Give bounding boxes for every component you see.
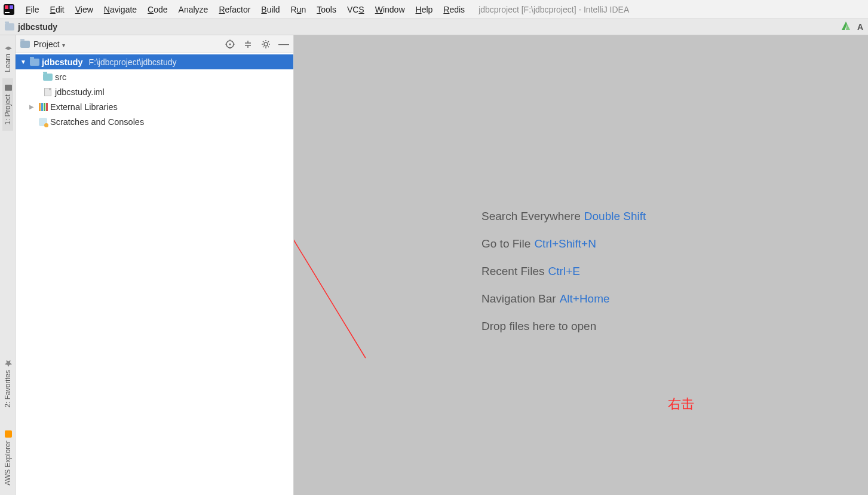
hint-search-everywhere: Search Everywhere Double Shift <box>481 210 646 223</box>
folder-icon <box>5 23 14 30</box>
menu-tools[interactable]: Tools <box>311 2 342 17</box>
tab-favorites[interactable]: 2: Favorites <box>2 354 13 414</box>
toolbar-overflow[interactable]: A <box>857 22 863 32</box>
tree-label: src <box>55 72 66 82</box>
menu-build[interactable]: Build <box>256 2 285 17</box>
intellij-logo-icon <box>4 4 14 15</box>
breadcrumb-root[interactable]: jdbcstudy <box>18 22 57 32</box>
module-folder-icon <box>30 58 39 66</box>
tree-label: jdbcstudy <box>42 57 82 67</box>
project-tool-window: Project ▾ — ▼ jdbcstudy F:\jdbcproject\j… <box>16 35 294 495</box>
menu-bar: File Edit View Navigate Code Analyze Ref… <box>0 0 868 19</box>
menu-help[interactable]: Help <box>410 2 438 17</box>
menu-analyze[interactable]: Analyze <box>173 2 214 17</box>
project-view-selector[interactable]: Project ▾ <box>33 39 65 49</box>
shortcut: Ctrl+Shift+N <box>534 237 596 250</box>
svg-point-7 <box>229 43 231 45</box>
aws-icon <box>4 430 11 438</box>
menu-vcs[interactable]: VCS <box>342 2 370 17</box>
tree-label: External Libraries <box>50 102 118 112</box>
shortcut: Alt+Home <box>560 292 610 305</box>
menu-file[interactable]: File <box>20 2 45 17</box>
hint-recent-files: Recent Files Ctrl+E <box>481 265 646 278</box>
svg-rect-2 <box>10 5 13 9</box>
project-pane-header: Project ▾ — <box>16 35 293 53</box>
hint-drop-files: Drop files here to open <box>481 320 646 333</box>
svg-point-12 <box>264 42 268 46</box>
tab-project[interactable]: 1: Project <box>2 78 13 131</box>
locate-icon[interactable] <box>225 39 235 49</box>
graduation-cap-icon <box>4 44 11 51</box>
shortcut: Double Shift <box>584 210 646 223</box>
svg-rect-5 <box>5 430 12 438</box>
tree-label: jdbcstudy.iml <box>55 87 105 97</box>
source-folder-icon <box>43 73 53 81</box>
menu-edit[interactable]: Edit <box>45 2 70 17</box>
welcome-hints: Search Everywhere Double Shift Go to Fil… <box>481 210 646 333</box>
star-icon <box>4 360 11 367</box>
gear-icon[interactable] <box>261 39 271 49</box>
svg-rect-3 <box>5 12 10 13</box>
tab-aws-explorer[interactable]: AWS Explorer <box>2 424 13 491</box>
menu-code[interactable]: Code <box>142 2 173 17</box>
folder-icon <box>20 41 30 48</box>
window-title: jdbcproject [F:\jdbcproject] - IntelliJ … <box>479 5 629 14</box>
menu-navigate[interactable]: Navigate <box>99 2 142 17</box>
chevron-down-icon[interactable]: ▼ <box>19 59 27 65</box>
file-icon <box>43 88 53 96</box>
menu-run[interactable]: Run <box>285 2 311 17</box>
menu-window[interactable]: Window <box>370 2 410 17</box>
left-tool-gutter: Learn 1: Project 2: Favorites AWS Explor… <box>0 35 16 495</box>
annotation-text: 右击 <box>668 395 694 413</box>
tree-node-scratches[interactable]: Scratches and Consoles <box>16 114 293 129</box>
tree-node-src[interactable]: src <box>16 69 293 84</box>
hint-go-to-file: Go to File Ctrl+Shift+N <box>481 237 646 250</box>
tree-node-external-libraries[interactable]: ▶ External Libraries <box>16 99 293 114</box>
svg-line-13 <box>294 74 366 358</box>
editor-empty-area[interactable]: Search Everywhere Double Shift Go to Fil… <box>294 35 868 495</box>
libraries-icon <box>38 103 48 111</box>
menu-redis[interactable]: Redis <box>438 2 470 17</box>
menu-refactor[interactable]: Refactor <box>213 2 256 17</box>
tree-label: Scratches and Consoles <box>50 117 144 127</box>
shortcut: Ctrl+E <box>548 265 580 278</box>
collapse-all-icon[interactable] <box>243 39 253 49</box>
tree-node-iml[interactable]: jdbcstudy.iml <box>16 84 293 99</box>
chevron-right-icon[interactable]: ▶ <box>27 103 36 110</box>
project-tree: ▼ jdbcstudy F:\jdbcproject\jdbcstudy src… <box>16 53 293 130</box>
tree-node-module-root[interactable]: ▼ jdbcstudy F:\jdbcproject\jdbcstudy <box>16 54 293 69</box>
svg-rect-1 <box>5 5 8 9</box>
tab-learn[interactable]: Learn <box>2 38 13 78</box>
svg-rect-4 <box>5 85 12 91</box>
menu-view[interactable]: View <box>70 2 99 17</box>
hint-navigation-bar: Navigation Bar Alt+Home <box>481 292 646 305</box>
build-icon[interactable] <box>841 20 851 34</box>
tree-path: F:\jdbcproject\jdbcstudy <box>88 57 176 67</box>
scratches-icon <box>38 118 48 126</box>
hide-icon[interactable]: — <box>279 39 289 49</box>
project-icon <box>4 84 11 91</box>
navigation-bar: jdbcstudy A <box>0 19 868 35</box>
